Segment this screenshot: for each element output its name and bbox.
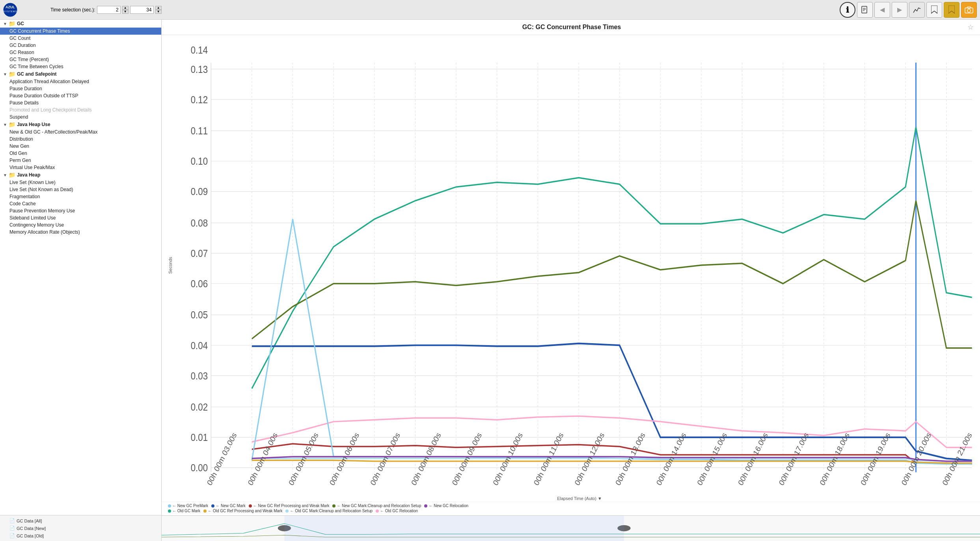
legend-dot-ref — [249, 504, 252, 508]
legend-dot-premark — [168, 504, 171, 508]
svg-marker-7 — [931, 6, 937, 13]
sidebar-item-label: GC Concurrent Phase Times — [9, 28, 70, 34]
time-start-down[interactable]: ▼ — [122, 10, 129, 14]
back-button[interactable]: ◀ — [874, 2, 890, 18]
sidebar-item-contingency[interactable]: Contingency Memory Use — [0, 221, 161, 229]
legend-row-1: ← New GC PreMark ← New GC Mark ← New GC … — [168, 504, 974, 508]
sidebar-group-gc-safepoint[interactable]: ▼ 📁 GC and Safepoint — [0, 70, 161, 78]
legend-new-gc-premark: ← New GC PreMark — [168, 504, 208, 508]
sidebar-item-gc-concurrent-phase-times[interactable]: GC Concurrent Phase Times — [0, 28, 161, 35]
sidebar-item-gc-time-between[interactable]: GC Time Between Cycles — [0, 63, 161, 70]
svg-text:0.08: 0.08 — [191, 217, 208, 229]
sidebar-item-label: GC Time Between Cycles — [9, 64, 63, 69]
sidebar-item-label: Pause Duration Outside of TTSP — [9, 93, 78, 99]
sidebar-item-live-set-not-known[interactable]: Live Set (Not Known as Dead) — [0, 186, 161, 193]
sidebar-bottom-gc-all[interactable]: 📄 GC Data [All] — [0, 517, 161, 524]
chart-title-bar: GC: GC Concurrent Phase Times ☆ — [162, 20, 980, 35]
legend-new-gc-ref: ← New GC Ref Processing and Weak Mark — [249, 504, 330, 508]
sidebar-bottom-gc-new[interactable]: 📄 GC Data [New] — [0, 524, 161, 532]
sidebar-item-label: GC Count — [9, 35, 30, 41]
time-selection-label: Time selection (sec.): — [50, 7, 95, 13]
sidebar-item-pause-duration-ttsp[interactable]: Pause Duration Outside of TTSP — [0, 92, 161, 99]
sidebar-item-new-old-gc[interactable]: New & Old GC - AfterCollection/Peak/Max — [0, 128, 161, 136]
time-start-up[interactable]: ▲ — [122, 6, 129, 10]
sidebar-item-gc-time-percent[interactable]: GC Time (Percent) — [0, 56, 161, 63]
sidebar-item-label: New Gen — [9, 143, 29, 149]
sidebar: ▼ 📁 GC GC Concurrent Phase Times GC Coun… — [0, 20, 162, 541]
svg-text:0.10: 0.10 — [191, 156, 208, 167]
sidebar-item-label: Application Thread Allocation Delayed — [9, 79, 89, 84]
sidebar-item-sideband[interactable]: Sideband Limited Use — [0, 214, 161, 221]
bookmark-button[interactable] — [926, 2, 942, 18]
sidebar-bottom-gc-old[interactable]: 📄 GC Data [Old] — [0, 532, 161, 539]
time-end-up[interactable]: ▲ — [155, 6, 162, 10]
svg-text:0.05: 0.05 — [191, 309, 208, 321]
sidebar-bottom-label: GC Data [All] — [17, 519, 42, 523]
sidebar-item-virtual-use[interactable]: Virtual Use Peak/Max — [0, 164, 161, 171]
svg-text:0.04: 0.04 — [191, 340, 208, 351]
folder-java-heap-use-icon: 📁 — [9, 121, 15, 128]
sidebar-item-mem-alloc-rate[interactable]: Memory Allocation Rate (Objects) — [0, 229, 161, 236]
favorite-star-icon[interactable]: ☆ — [967, 23, 974, 32]
toolbar-icons: ℹ ◀ ▶ — [840, 2, 977, 18]
time-start-spinner: ▲ ▼ — [122, 6, 129, 14]
sidebar-item-app-thread-alloc[interactable]: Application Thread Allocation Delayed — [0, 78, 161, 85]
folder-gc-icon: 📁 — [9, 20, 15, 27]
time-end-input[interactable] — [130, 6, 154, 14]
info-button[interactable]: ℹ — [840, 2, 855, 18]
document-button[interactable] — [857, 2, 873, 18]
forward-button[interactable]: ▶ — [892, 2, 907, 18]
sidebar-group-gc[interactable]: ▼ 📁 GC — [0, 20, 161, 28]
svg-text:0.09: 0.09 — [191, 186, 208, 197]
sidebar-item-fragmentation[interactable]: Fragmentation — [0, 193, 161, 200]
sidebar-item-gc-count[interactable]: GC Count — [0, 35, 161, 42]
sidebar-bottom-label: GC Data [New] — [17, 526, 46, 531]
time-start-input[interactable] — [97, 6, 121, 14]
sidebar-item-label: GC Time (Percent) — [9, 57, 49, 62]
toolbar: AZUL SYSTEMS Time selection (sec.): ▲ ▼ … — [0, 0, 980, 20]
sidebar-item-gc-reason[interactable]: GC Reason — [0, 49, 161, 56]
x-axis-label[interactable]: Elapsed Time (Auto) ▼ — [162, 495, 980, 502]
sidebar-item-live-set-known[interactable]: Live Set (Known Live) — [0, 179, 161, 186]
camera-button[interactable] — [961, 2, 977, 18]
svg-text:0.14: 0.14 — [191, 44, 208, 56]
sidebar-item-gc-duration[interactable]: GC Duration — [0, 42, 161, 49]
sidebar-item-pause-duration[interactable]: Pause Duration — [0, 85, 161, 92]
main-content: ▼ 📁 GC GC Concurrent Phase Times GC Coun… — [0, 20, 980, 541]
time-end-down[interactable]: ▼ — [155, 10, 162, 14]
sidebar-item-pause-details[interactable]: Pause Details — [0, 99, 161, 106]
sidebar-item-label: Promoted and Long Checkpoint Details — [9, 107, 92, 113]
sidebar-item-old-gen[interactable]: Old Gen — [0, 150, 161, 157]
legend-new-gc-mark: ← New GC Mark — [211, 504, 246, 508]
mini-chart — [162, 515, 980, 541]
sidebar-item-distribution[interactable]: Distribution — [0, 136, 161, 143]
sidebar-item-perm-gen[interactable]: Perm Gen — [0, 157, 161, 164]
sidebar-group-java-heap-use[interactable]: ▼ 📁 Java Heap Use — [0, 121, 161, 128]
sidebar-item-label: Pause Duration — [9, 86, 42, 91]
sidebar-group-java-heap[interactable]: ▼ 📁 Java Heap — [0, 171, 161, 179]
legend-label-old-cleanup: ← Old GC Mark:Cleanup and Relocation Set… — [290, 509, 373, 513]
sidebar-group-gc-label: GC — [17, 21, 24, 26]
svg-point-10 — [967, 9, 971, 12]
sidebar-item-suspend[interactable]: Suspend — [0, 113, 161, 121]
chart-container: Seconds — [162, 35, 980, 541]
svg-rect-82 — [284, 516, 624, 541]
gold-bookmark-button[interactable] — [944, 2, 960, 18]
svg-rect-12 — [179, 35, 980, 495]
sidebar-item-label: Live Set (Known Live) — [9, 180, 56, 185]
sidebar-item-label: Pause Details — [9, 100, 39, 106]
legend-label-premark: ← New GC PreMark — [172, 504, 208, 508]
svg-text:0.01: 0.01 — [191, 432, 208, 443]
sidebar-item-label: New & Old GC - AfterCollection/Peak/Max — [9, 129, 97, 135]
sidebar-item-label: Virtual Use Peak/Max — [9, 165, 55, 170]
chart-button[interactable] — [909, 2, 925, 18]
legend-label-cleanup: ← New GC Mark:Cleanup and Relocation Set… — [337, 504, 421, 508]
sidebar-item-label: Perm Gen — [9, 158, 31, 163]
sidebar-item-new-gen[interactable]: New Gen — [0, 143, 161, 150]
sidebar-item-pause-prevention[interactable]: Pause Prevention Memory Use — [0, 207, 161, 214]
sidebar-item-code-cache[interactable]: Code Cache — [0, 200, 161, 207]
legend-dot-old-ref — [203, 509, 207, 513]
legend-row-2: ← Old GC Mark ← Old GC Ref Processing an… — [168, 509, 974, 513]
logo: AZUL SYSTEMS — [3, 3, 17, 17]
legend-label-relocation: ← New GC Relocation — [429, 504, 468, 508]
